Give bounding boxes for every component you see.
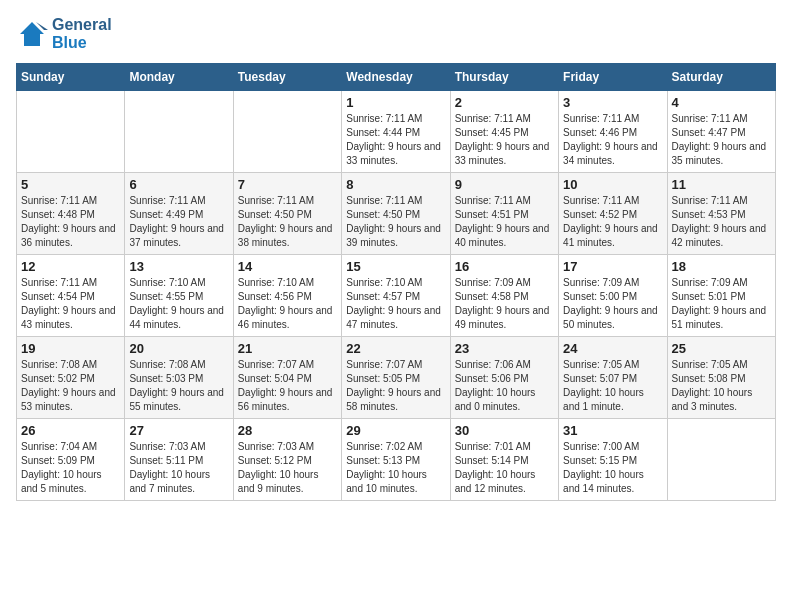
calendar-cell: 30Sunrise: 7:01 AM Sunset: 5:14 PM Dayli… (450, 419, 558, 501)
day-info: Sunrise: 7:08 AM Sunset: 5:02 PM Dayligh… (21, 358, 120, 414)
calendar-cell: 14Sunrise: 7:10 AM Sunset: 4:56 PM Dayli… (233, 255, 341, 337)
calendar-cell: 27Sunrise: 7:03 AM Sunset: 5:11 PM Dayli… (125, 419, 233, 501)
calendar-week-row: 5Sunrise: 7:11 AM Sunset: 4:48 PM Daylig… (17, 173, 776, 255)
day-info: Sunrise: 7:06 AM Sunset: 5:06 PM Dayligh… (455, 358, 554, 414)
calendar-cell: 16Sunrise: 7:09 AM Sunset: 4:58 PM Dayli… (450, 255, 558, 337)
day-info: Sunrise: 7:05 AM Sunset: 5:07 PM Dayligh… (563, 358, 662, 414)
day-number: 2 (455, 95, 554, 110)
calendar-cell (233, 91, 341, 173)
day-of-week-header: Wednesday (342, 64, 450, 91)
calendar-cell: 2Sunrise: 7:11 AM Sunset: 4:45 PM Daylig… (450, 91, 558, 173)
calendar-cell: 8Sunrise: 7:11 AM Sunset: 4:50 PM Daylig… (342, 173, 450, 255)
day-info: Sunrise: 7:00 AM Sunset: 5:15 PM Dayligh… (563, 440, 662, 496)
calendar-cell (17, 91, 125, 173)
day-number: 22 (346, 341, 445, 356)
day-info: Sunrise: 7:08 AM Sunset: 5:03 PM Dayligh… (129, 358, 228, 414)
day-number: 11 (672, 177, 771, 192)
calendar-cell: 25Sunrise: 7:05 AM Sunset: 5:08 PM Dayli… (667, 337, 775, 419)
day-of-week-header: Friday (559, 64, 667, 91)
day-info: Sunrise: 7:09 AM Sunset: 5:00 PM Dayligh… (563, 276, 662, 332)
calendar-week-row: 19Sunrise: 7:08 AM Sunset: 5:02 PM Dayli… (17, 337, 776, 419)
logo-text-bottom: Blue (52, 34, 112, 52)
calendar-table: SundayMondayTuesdayWednesdayThursdayFrid… (16, 63, 776, 501)
day-info: Sunrise: 7:07 AM Sunset: 5:05 PM Dayligh… (346, 358, 445, 414)
day-info: Sunrise: 7:09 AM Sunset: 5:01 PM Dayligh… (672, 276, 771, 332)
calendar-cell: 1Sunrise: 7:11 AM Sunset: 4:44 PM Daylig… (342, 91, 450, 173)
day-info: Sunrise: 7:03 AM Sunset: 5:11 PM Dayligh… (129, 440, 228, 496)
day-info: Sunrise: 7:11 AM Sunset: 4:51 PM Dayligh… (455, 194, 554, 250)
calendar-week-row: 1Sunrise: 7:11 AM Sunset: 4:44 PM Daylig… (17, 91, 776, 173)
calendar-cell: 5Sunrise: 7:11 AM Sunset: 4:48 PM Daylig… (17, 173, 125, 255)
day-info: Sunrise: 7:10 AM Sunset: 4:57 PM Dayligh… (346, 276, 445, 332)
day-info: Sunrise: 7:11 AM Sunset: 4:53 PM Dayligh… (672, 194, 771, 250)
day-number: 17 (563, 259, 662, 274)
day-info: Sunrise: 7:03 AM Sunset: 5:12 PM Dayligh… (238, 440, 337, 496)
day-of-week-header: Tuesday (233, 64, 341, 91)
calendar-cell: 9Sunrise: 7:11 AM Sunset: 4:51 PM Daylig… (450, 173, 558, 255)
day-number: 4 (672, 95, 771, 110)
calendar-cell: 18Sunrise: 7:09 AM Sunset: 5:01 PM Dayli… (667, 255, 775, 337)
day-number: 26 (21, 423, 120, 438)
day-number: 23 (455, 341, 554, 356)
calendar-cell: 28Sunrise: 7:03 AM Sunset: 5:12 PM Dayli… (233, 419, 341, 501)
calendar-week-row: 12Sunrise: 7:11 AM Sunset: 4:54 PM Dayli… (17, 255, 776, 337)
calendar-cell (667, 419, 775, 501)
day-info: Sunrise: 7:05 AM Sunset: 5:08 PM Dayligh… (672, 358, 771, 414)
calendar-cell: 15Sunrise: 7:10 AM Sunset: 4:57 PM Dayli… (342, 255, 450, 337)
logo-icon (16, 18, 48, 50)
day-info: Sunrise: 7:11 AM Sunset: 4:47 PM Dayligh… (672, 112, 771, 168)
calendar-cell: 12Sunrise: 7:11 AM Sunset: 4:54 PM Dayli… (17, 255, 125, 337)
calendar-cell: 29Sunrise: 7:02 AM Sunset: 5:13 PM Dayli… (342, 419, 450, 501)
day-number: 8 (346, 177, 445, 192)
calendar-cell: 21Sunrise: 7:07 AM Sunset: 5:04 PM Dayli… (233, 337, 341, 419)
calendar-cell: 7Sunrise: 7:11 AM Sunset: 4:50 PM Daylig… (233, 173, 341, 255)
calendar-cell: 4Sunrise: 7:11 AM Sunset: 4:47 PM Daylig… (667, 91, 775, 173)
day-number: 20 (129, 341, 228, 356)
calendar-header-row: SundayMondayTuesdayWednesdayThursdayFrid… (17, 64, 776, 91)
day-info: Sunrise: 7:11 AM Sunset: 4:50 PM Dayligh… (238, 194, 337, 250)
day-info: Sunrise: 7:11 AM Sunset: 4:49 PM Dayligh… (129, 194, 228, 250)
day-number: 5 (21, 177, 120, 192)
page-header: General Blue (16, 16, 776, 51)
day-number: 1 (346, 95, 445, 110)
calendar-cell: 19Sunrise: 7:08 AM Sunset: 5:02 PM Dayli… (17, 337, 125, 419)
calendar-cell: 3Sunrise: 7:11 AM Sunset: 4:46 PM Daylig… (559, 91, 667, 173)
day-info: Sunrise: 7:11 AM Sunset: 4:46 PM Dayligh… (563, 112, 662, 168)
day-number: 18 (672, 259, 771, 274)
calendar-cell: 6Sunrise: 7:11 AM Sunset: 4:49 PM Daylig… (125, 173, 233, 255)
day-of-week-header: Thursday (450, 64, 558, 91)
day-info: Sunrise: 7:11 AM Sunset: 4:48 PM Dayligh… (21, 194, 120, 250)
day-number: 21 (238, 341, 337, 356)
day-number: 15 (346, 259, 445, 274)
calendar-cell (125, 91, 233, 173)
day-info: Sunrise: 7:04 AM Sunset: 5:09 PM Dayligh… (21, 440, 120, 496)
day-info: Sunrise: 7:11 AM Sunset: 4:44 PM Dayligh… (346, 112, 445, 168)
day-info: Sunrise: 7:07 AM Sunset: 5:04 PM Dayligh… (238, 358, 337, 414)
calendar-cell: 24Sunrise: 7:05 AM Sunset: 5:07 PM Dayli… (559, 337, 667, 419)
day-info: Sunrise: 7:11 AM Sunset: 4:54 PM Dayligh… (21, 276, 120, 332)
day-number: 19 (21, 341, 120, 356)
day-number: 14 (238, 259, 337, 274)
calendar-cell: 22Sunrise: 7:07 AM Sunset: 5:05 PM Dayli… (342, 337, 450, 419)
day-number: 13 (129, 259, 228, 274)
day-number: 12 (21, 259, 120, 274)
calendar-cell: 26Sunrise: 7:04 AM Sunset: 5:09 PM Dayli… (17, 419, 125, 501)
day-of-week-header: Monday (125, 64, 233, 91)
calendar-week-row: 26Sunrise: 7:04 AM Sunset: 5:09 PM Dayli… (17, 419, 776, 501)
day-info: Sunrise: 7:11 AM Sunset: 4:52 PM Dayligh… (563, 194, 662, 250)
calendar-cell: 13Sunrise: 7:10 AM Sunset: 4:55 PM Dayli… (125, 255, 233, 337)
calendar-cell: 10Sunrise: 7:11 AM Sunset: 4:52 PM Dayli… (559, 173, 667, 255)
day-info: Sunrise: 7:11 AM Sunset: 4:50 PM Dayligh… (346, 194, 445, 250)
day-info: Sunrise: 7:01 AM Sunset: 5:14 PM Dayligh… (455, 440, 554, 496)
day-number: 29 (346, 423, 445, 438)
calendar-cell: 20Sunrise: 7:08 AM Sunset: 5:03 PM Dayli… (125, 337, 233, 419)
day-number: 10 (563, 177, 662, 192)
day-number: 27 (129, 423, 228, 438)
day-number: 16 (455, 259, 554, 274)
calendar-cell: 17Sunrise: 7:09 AM Sunset: 5:00 PM Dayli… (559, 255, 667, 337)
logo-text-top: General (52, 16, 112, 34)
day-info: Sunrise: 7:10 AM Sunset: 4:55 PM Dayligh… (129, 276, 228, 332)
day-number: 30 (455, 423, 554, 438)
logo: General Blue (16, 16, 112, 51)
calendar-cell: 11Sunrise: 7:11 AM Sunset: 4:53 PM Dayli… (667, 173, 775, 255)
